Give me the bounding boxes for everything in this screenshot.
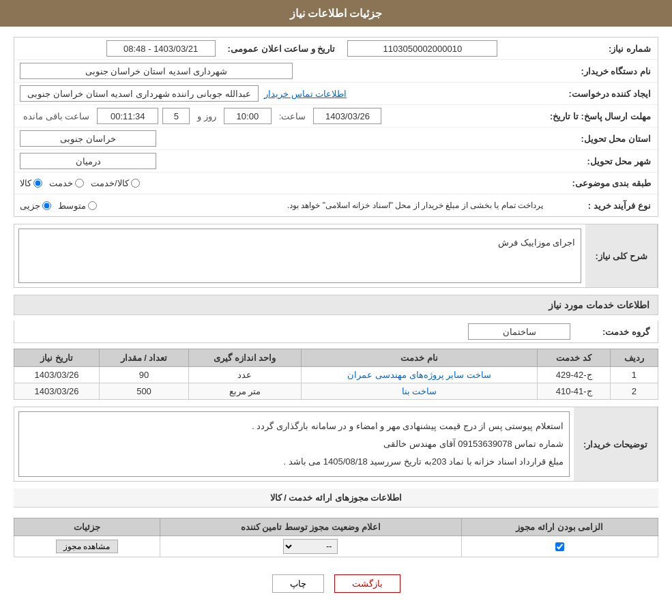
permits-row: -- مشاهده مجوز — [14, 536, 658, 557]
service-group-value: ساختمان — [468, 323, 570, 340]
category-label-k: خدمت — [49, 178, 73, 188]
cell-name-1: ساخت سایر پروژه‌های مهندسی عمران — [301, 367, 538, 383]
cell-name-2: ساخت بنا — [301, 383, 538, 400]
province-label: استان محل تحویل: — [549, 131, 658, 147]
purchase-type-radio-input-small[interactable] — [42, 201, 51, 210]
purchase-type-note: پرداخت تمام یا بخشی از مبلغ خریدار از مح… — [104, 201, 543, 210]
row-purchase-type: نوع فرآیند خرید : پرداخت تمام یا بخشی از… — [14, 194, 658, 216]
purchase-type-radio-group: متوسط جزیی — [20, 201, 97, 211]
purchase-type-radio-medium[interactable]: متوسط — [58, 201, 97, 211]
cell-qty-1: 90 — [100, 367, 189, 383]
row-category: طبقه بندی موضوعی: کالا/خدمت خدمت — [14, 173, 658, 194]
main-info-section: شماره نیاز: 1103050002000010 تاریخ و ساع… — [14, 37, 658, 217]
announcement-value: 1403/03/21 - 08:48 — [106, 40, 216, 57]
row-creator: ایجاد کننده درخواست: اطلاعات تماس خریدار… — [14, 83, 658, 105]
cell-row-1: 1 — [610, 367, 658, 383]
permits-view-button[interactable]: مشاهده مجوز — [56, 540, 117, 553]
response-days: 5 — [162, 108, 190, 124]
need-desc-value: اجرای موزاییک فرش — [18, 229, 581, 283]
services-row-2: 2 ج-41-410 ساخت بنا متر مربع 500 1403/03… — [14, 383, 658, 400]
response-time: 10:00 — [224, 108, 272, 124]
category-radio-group: کالا/خدمت خدمت کالا — [20, 178, 140, 188]
response-remaining: 00:11:34 — [97, 108, 158, 124]
buyer-org-label: نام دستگاه خریدار: — [549, 63, 658, 79]
creator-link[interactable]: اطلاعات تماس خریدار — [264, 89, 347, 99]
category-label-kk: کالا/خدمت — [91, 178, 129, 188]
response-time-label: ساعت: — [279, 111, 306, 121]
col-header-code: کد خدمت — [538, 349, 610, 367]
purchase-type-label: نوع فرآیند خرید : — [549, 198, 658, 214]
cell-unit-2: متر مربع — [188, 383, 301, 400]
need-desc-label: شرح کلی نیاز: — [585, 224, 658, 287]
purchase-type-label-medium: متوسط — [58, 201, 86, 211]
category-label: طبقه بندی موضوعی: — [549, 175, 658, 191]
need-number-label: شماره نیاز: — [549, 41, 658, 57]
buyer-notes-value-container: استعلام پیوستی پس از درج قیمت پیشنهادی م… — [14, 407, 574, 481]
service-group-row: گروه خدمت: ساختمان — [14, 321, 658, 343]
response-days-label: روز و — [197, 111, 216, 121]
row-response-deadline: مهلت ارسال پاسخ: تا تاریخ: 1403/03/26 سا… — [14, 105, 658, 128]
permits-details-cell: مشاهده مجوز — [14, 536, 160, 557]
col-header-date: تاریخ نیاز — [14, 349, 100, 367]
cell-date-2: 1403/03/26 — [14, 383, 100, 400]
col-header-unit: واحد اندازه گیری — [188, 349, 301, 367]
cell-code-2: ج-41-410 — [538, 383, 610, 400]
permits-col-required: الزامی بودن ارائه مجوز — [461, 518, 658, 536]
permits-required-cell — [461, 536, 658, 557]
row-need-number: شماره نیاز: 1103050002000010 تاریخ و ساع… — [14, 38, 658, 60]
city-label: شهر محل تحویل: — [549, 153, 658, 169]
cell-date-1: 1403/03/26 — [14, 367, 100, 383]
need-number-value: 1103050002000010 — [347, 40, 497, 57]
response-remaining-label: ساعت باقی مانده — [23, 111, 89, 121]
permits-table: الزامی بودن ارائه مجوز اعلام وضعیت مجوز … — [14, 518, 658, 557]
category-radio-khadamat[interactable]: خدمت — [49, 178, 84, 188]
permits-col-status: اعلام وضعیت مجوز توسط تامین کننده — [160, 518, 461, 536]
category-label-kala: کالا — [20, 178, 31, 188]
announcement-label: تاریخ و ساعت اعلان عمومی: — [221, 41, 342, 57]
bottom-buttons: بازگشت چاپ — [14, 564, 658, 603]
services-table: ردیف کد خدمت نام خدمت واحد اندازه گیری ت… — [14, 349, 658, 400]
services-row-1: 1 ج-42-429 ساخت سایر پروژه‌های مهندسی عم… — [14, 367, 658, 383]
page-title: جزئیات اطلاعات نیاز — [290, 8, 383, 19]
permits-status-cell: -- — [160, 536, 461, 557]
creator-value: عبدالله جوبانی راننده شهرداری اسدیه استا… — [20, 85, 259, 102]
city-value: درمیان — [20, 153, 156, 169]
category-radio-input-kk[interactable] — [131, 179, 140, 188]
buyer-notes-label: توضیحات خریدار: — [574, 407, 658, 481]
page-header: جزئیات اطلاعات نیاز — [0, 0, 672, 27]
need-desc-value-container: اجرای موزاییک فرش — [14, 224, 585, 287]
row-city: شهر محل تحویل: درمیان — [14, 150, 658, 173]
page-container: جزئیات اطلاعات نیاز شماره نیاز: 11030500… — [0, 0, 672, 616]
cell-code-1: ج-42-429 — [538, 367, 610, 383]
row-province: استان محل تحویل: خراسان جنوبی — [14, 128, 658, 150]
purchase-type-radio-input-medium[interactable] — [88, 201, 97, 210]
purchase-type-radio-small[interactable]: جزیی — [20, 201, 51, 211]
province-value: خراسان جنوبی — [20, 130, 156, 147]
services-info-title: اطلاعات خدمات مورد نیاز — [14, 295, 658, 315]
permits-status-select[interactable]: -- — [283, 539, 338, 554]
cell-row-2: 2 — [610, 383, 658, 400]
creator-label: ایجاد کننده درخواست: — [549, 86, 658, 102]
cell-qty-2: 500 — [100, 383, 189, 400]
back-button[interactable]: بازگشت — [334, 574, 400, 593]
main-content: شماره نیاز: 1103050002000010 تاریخ و ساع… — [0, 27, 672, 613]
category-radio-input-kala[interactable] — [33, 179, 42, 188]
service-group-label: گروه خدمت: — [576, 323, 658, 340]
service-group-value-container: ساختمان — [14, 321, 576, 342]
col-header-qty: تعداد / مقدار — [100, 349, 189, 367]
response-deadline-label: مهلت ارسال پاسخ: تا تاریخ: — [543, 108, 658, 124]
category-radio-input-k[interactable] — [75, 179, 84, 188]
category-radio-kala[interactable]: کالا — [20, 178, 42, 188]
purchase-type-label-small: جزیی — [20, 201, 40, 211]
print-button[interactable]: چاپ — [272, 574, 324, 593]
col-header-row: ردیف — [610, 349, 658, 367]
category-radio-kala-khadamat[interactable]: کالا/خدمت — [91, 178, 140, 188]
response-date: 1403/03/26 — [313, 108, 381, 124]
col-header-name: نام خدمت — [301, 349, 538, 367]
buyer-notes-value: استعلام پیوستی پس از درج قیمت پیشنهادی م… — [18, 411, 570, 477]
permits-col-details: جزئیات — [14, 518, 160, 536]
permits-required-checkbox[interactable] — [555, 542, 564, 551]
permits-section-title: اطلاعات مجوزهای ارائه خدمت / کالا — [14, 488, 658, 508]
cell-unit-1: عدد — [188, 367, 301, 383]
row-buyer-org: نام دستگاه خریدار: شهرداری اسدیه استان خ… — [14, 60, 658, 83]
